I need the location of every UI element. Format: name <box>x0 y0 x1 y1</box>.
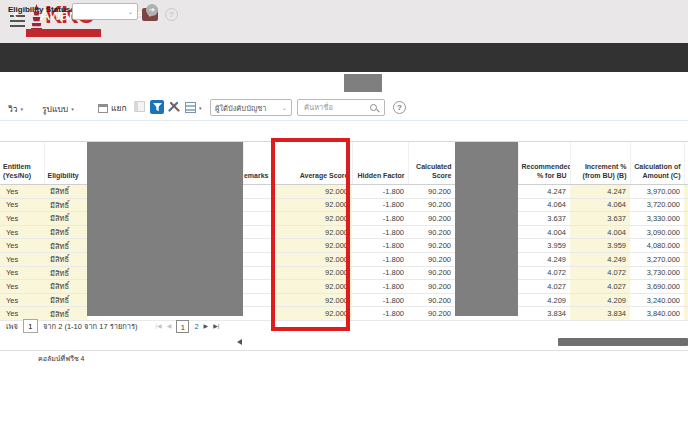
table-cell: 3.834 <box>570 307 630 321</box>
frozen-columns-note: คอลัมน์ที่ฟรีซ 4 <box>38 353 85 364</box>
kku-logo-subtext-strip: KHON KAEN UNIVERSITY <box>26 29 101 37</box>
table-cell: Yes <box>0 212 44 226</box>
table-cell: 90.200 <box>408 225 455 239</box>
table-cell: -1.800 <box>352 293 408 307</box>
page-range-text: จาก 2 (1-10 จาก 17 รายการ) <box>43 320 138 332</box>
view-menu[interactable]: วิว ▾ <box>8 102 23 116</box>
table-cell: 3.637 <box>570 212 630 226</box>
horizontal-scrollbar-thumb[interactable] <box>558 338 688 346</box>
table-cell: 4.247 <box>570 185 630 199</box>
detach-label: แยก <box>111 101 127 115</box>
table-cell: 3.959 <box>570 239 630 253</box>
toolbar-help-icon[interactable]: ? <box>393 101 406 114</box>
freeze-icon <box>134 101 145 112</box>
table-cell: 3,330.000 <box>630 212 684 226</box>
table-cell <box>243 280 272 294</box>
table-cell: -1.800 <box>352 252 408 266</box>
table-cell: 90.200 <box>408 239 455 253</box>
page-number-input[interactable] <box>23 319 38 333</box>
table-cell: มีสิทธิ์ <box>44 280 87 294</box>
table-cell: 3,270.000 <box>630 252 684 266</box>
go-button[interactable]: ➔ <box>146 4 158 16</box>
search-icon[interactable] <box>370 104 377 111</box>
table-cell: 90.200 <box>408 198 455 212</box>
table-cell <box>684 198 688 212</box>
table-cell <box>684 266 688 280</box>
table-cell: มีสิทธิ์ <box>44 198 87 212</box>
table-cell: 4.027 <box>570 280 630 294</box>
column-header: Remarks <box>243 142 272 185</box>
next-page-icon[interactable]: ▶ <box>204 320 209 333</box>
table-cell <box>243 293 272 307</box>
format-menu[interactable]: รูปแบบ ▾ <box>42 102 74 116</box>
table-cell: 3,720.000 <box>630 198 684 212</box>
table-cell: -1.800 <box>352 266 408 280</box>
column-header: Calculation of Amount (C) <box>630 142 684 185</box>
table-cell: 4.004 <box>570 225 630 239</box>
table-cell: 3,240.000 <box>630 293 684 307</box>
table-cell: -1.800 <box>352 185 408 199</box>
freeze-button[interactable] <box>134 101 145 112</box>
table-cell <box>243 239 272 253</box>
page-label: เพจ <box>6 320 18 332</box>
table-cell: 3.959 <box>518 239 570 253</box>
tools-icon <box>168 101 180 112</box>
format-menu-label: รูปแบบ <box>42 102 68 116</box>
column-header <box>684 142 688 185</box>
table-cell <box>684 280 688 294</box>
eligibility-status-select[interactable]: ⌄ <box>72 3 138 20</box>
table-cell <box>243 185 272 199</box>
table-cell: มีสิทธิ์ <box>44 293 87 307</box>
scroll-left-arrow-icon[interactable] <box>237 339 242 345</box>
panel-menu-button[interactable]: ▾ <box>185 102 202 113</box>
tools-button[interactable] <box>168 101 180 114</box>
current-page-button[interactable]: 1 <box>176 320 189 333</box>
column-header: Recommended % for BU <box>518 142 570 185</box>
table-cell: 4.027 <box>518 280 570 294</box>
table-cell <box>684 212 688 226</box>
table-cell: 90.200 <box>408 185 455 199</box>
table-toolbar: วิว ▾ รูปแบบ ▾ แยก ▾ <box>0 96 688 121</box>
first-page-icon[interactable]: |◀ <box>156 320 162 333</box>
table-cell: -1.800 <box>352 198 408 212</box>
page-2-link[interactable]: 2 <box>194 322 198 331</box>
table-cell: -1.800 <box>352 239 408 253</box>
table-cell: มีสิทธิ์ <box>44 225 87 239</box>
table-cell: มีสิทธิ์ <box>44 185 87 199</box>
table-cell <box>684 293 688 307</box>
table-cell: มีสิทธิ์ <box>44 212 87 226</box>
title-bar <box>0 43 688 72</box>
table-cell: Yes <box>0 266 44 280</box>
chevron-down-icon: ▾ <box>21 106 24 112</box>
previous-page-icon[interactable]: ◀ <box>167 320 172 333</box>
table-cell: 3,840.000 <box>630 307 684 321</box>
table-cell <box>243 198 272 212</box>
search-box <box>297 99 385 116</box>
table-cell: -1.800 <box>352 212 408 226</box>
table-cell: 4.209 <box>570 293 630 307</box>
filter-toggle-button[interactable] <box>150 100 164 114</box>
redaction-box-columns-left <box>87 142 243 316</box>
view-menu-label: วิว <box>8 102 18 116</box>
table-cell: Yes <box>0 293 44 307</box>
table-cell: 3,690.000 <box>630 280 684 294</box>
table-cell: 3,730.000 <box>630 266 684 280</box>
table-cell: 4.064 <box>518 198 570 212</box>
last-page-icon[interactable]: ▶| <box>213 320 219 333</box>
column-header: Calculated Score <box>408 142 455 185</box>
table-cell <box>684 185 688 199</box>
table-cell: 4,080.000 <box>630 239 684 253</box>
table-cell: Yes <box>0 252 44 266</box>
table-cell: 3,090.000 <box>630 225 684 239</box>
table-cell: 4.004 <box>518 225 570 239</box>
filter-funnel-icon <box>153 103 162 112</box>
redaction-box-column-right <box>455 142 518 316</box>
eligibility-status-label: Eligibility Status <box>8 5 70 14</box>
title-help-icon[interactable]: ? <box>165 8 178 21</box>
search-input[interactable] <box>302 102 370 113</box>
chevron-down-icon: ⌄ <box>282 104 287 111</box>
detach-button[interactable]: แยก <box>98 101 127 115</box>
column-header: Entitlem (Yes/No) <box>0 142 44 185</box>
table-cell: -1.800 <box>352 280 408 294</box>
supervisor-filter-select[interactable]: ผู้ใต้บังคับบัญชา ⌄ <box>210 99 292 116</box>
